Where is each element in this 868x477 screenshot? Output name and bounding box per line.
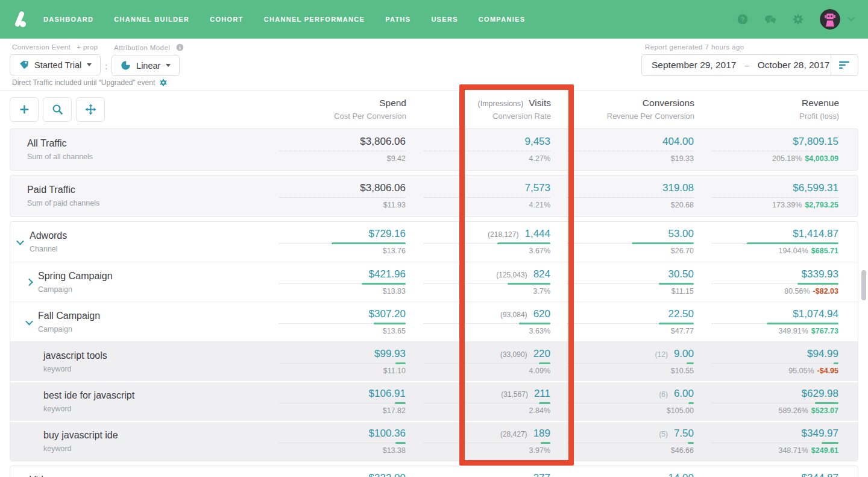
header-cpc-label: Cost Per Conversion: [334, 112, 406, 121]
date-filter-button[interactable]: [831, 61, 858, 69]
value-text: $344.87: [802, 472, 838, 477]
primary-value: 53.00: [668, 228, 694, 241]
table-row[interactable]: javascript toolskeyword$99.93$11.10(33,0…: [10, 341, 858, 381]
chevron-right-icon[interactable]: [25, 278, 33, 286]
primary-value: $7,809.15: [793, 136, 838, 149]
table-row[interactable]: All TrafficSum of all channels$3,806.06$…: [10, 129, 858, 170]
value-separator: [712, 241, 838, 244]
table-row[interactable]: Spring CampaignCampaign$421.96$13.83(125…: [10, 262, 858, 302]
table-row[interactable]: AdwordsChannel$729.16$13.76(218,127)1,44…: [10, 222, 858, 262]
share-bar: [767, 323, 838, 324]
table-row[interactable]: Fall CampaignCampaign$307.20$13.65(93,08…: [10, 302, 858, 341]
settings-gear-icon[interactable]: [159, 78, 168, 87]
value-prefix: (93,084): [500, 311, 527, 319]
chat-icon[interactable]: [764, 13, 776, 25]
filter-bar: Conversion Event + prop Started Trial : …: [0, 39, 868, 90]
conversion-event-dropdown[interactable]: Started Trial: [10, 54, 101, 75]
help-icon[interactable]: ?: [737, 13, 749, 25]
secondary-value: 194.04%$685.71: [778, 247, 838, 256]
profit-percent: 194.04%: [778, 247, 808, 255]
table-body: All TrafficSum of all channels$3,806.06$…: [10, 128, 858, 477]
value-separator: [279, 321, 406, 324]
report-generated-label: Report generated 7 hours ago: [645, 43, 858, 51]
add-prop-button[interactable]: + prop: [77, 43, 98, 51]
header-spend[interactable]: Spend Cost Per Conversion: [271, 98, 406, 121]
add-channel-button[interactable]: [10, 97, 39, 122]
header-revenue[interactable]: Revenue Profit (loss): [694, 98, 839, 121]
value-separator: [424, 441, 550, 443]
vertical-scrollbar-thumb[interactable]: [861, 270, 866, 300]
info-icon[interactable]: i: [176, 43, 184, 51]
row-name-block: javascript toolskeyword: [43, 350, 107, 373]
secondary-value: $20.68: [671, 201, 694, 210]
logo-icon: [10, 10, 29, 29]
table-row[interactable]: Paid TrafficSum of paid channels$3,806.0…: [10, 175, 858, 216]
primary-value: (31,567)211: [501, 388, 550, 401]
avatar[interactable]: [820, 9, 840, 30]
row-type-label: Channel: [30, 245, 67, 253]
date-range-picker[interactable]: September 29, 2017 – October 28, 2017: [641, 54, 858, 76]
row-type-label: keyword: [43, 444, 118, 453]
secondary-value: $17.82: [383, 406, 406, 415]
nav-item-channel-performance[interactable]: CHANNEL PERFORMANCE: [264, 16, 365, 23]
table-row[interactable]: best ide for javascriptkeyword$106.91$17…: [10, 381, 858, 421]
secondary-value: 348.71%$249.61: [778, 446, 838, 455]
nav-item-users[interactable]: USERS: [431, 16, 458, 23]
primary-value: 22.50: [668, 308, 694, 321]
value-text: 9.00: [674, 348, 694, 360]
value-prefix: (6): [659, 390, 668, 399]
value-separator: [424, 149, 550, 151]
primary-value: $344.87: [802, 472, 838, 477]
table-row[interactable]: buy javascript idekeyword$100.36$13.38(2…: [10, 421, 858, 461]
search-button[interactable]: [43, 97, 72, 122]
secondary-value: 4.27%: [529, 154, 550, 163]
value-text: 220: [533, 348, 550, 360]
row-title: Spring Campaign: [38, 271, 113, 282]
account-menu-caret-icon[interactable]: [848, 17, 855, 22]
primary-value: (125,043)824: [496, 268, 550, 282]
gear-icon[interactable]: [792, 13, 804, 25]
value-text: $629.98: [802, 388, 838, 400]
header-conversions[interactable]: Conversions Revenue Per Conversion: [551, 98, 694, 121]
spend-cell: $100.36$13.38: [270, 428, 406, 455]
value-text: $99.93: [374, 348, 406, 360]
share-bar: [395, 362, 406, 364]
value-text: $94.99: [807, 348, 838, 360]
table-toolbar: [10, 97, 105, 122]
app-logo[interactable]: [10, 9, 30, 30]
row-title: best ide for javascript: [43, 390, 134, 401]
conversion-event-value: Started Trial: [34, 60, 81, 70]
svg-text:?: ?: [740, 16, 744, 23]
primary-value: 404.00: [662, 136, 694, 149]
chevron-down-icon[interactable]: [16, 238, 24, 245]
row-type-label: Campaign: [38, 325, 100, 333]
value-separator: [567, 441, 694, 443]
nav-item-companies[interactable]: COMPANIES: [479, 16, 526, 23]
row-card: Paid TrafficSum of paid channels$3,806.0…: [10, 175, 858, 217]
value-separator: [279, 195, 406, 198]
share-bar: [688, 442, 694, 444]
row-name-cell: best ide for javascriptkeyword: [10, 382, 270, 421]
spend-cell: $99.93$11.10: [270, 348, 406, 376]
primary-value: 9,453: [524, 136, 550, 149]
header-visits[interactable]: (Impressions) Visits Conversion Rate: [406, 98, 551, 121]
row-type-label: Sum of paid channels: [27, 199, 99, 207]
move-button[interactable]: [76, 97, 105, 122]
secondary-value: 3.63%: [529, 327, 550, 336]
value-text: 30.50: [668, 268, 694, 280]
nav-item-dashboard[interactable]: DASHBOARD: [43, 16, 93, 23]
chevron-down-icon[interactable]: [25, 317, 33, 325]
nav-item-channel-builder[interactable]: CHANNEL BUILDER: [114, 16, 189, 23]
spend-cell: $322.00: [270, 472, 406, 477]
value-text: 620: [533, 308, 550, 320]
table-row[interactable]: VideoChannel$322.0027714.00$344.87: [10, 466, 858, 477]
primary-value: $322.00: [369, 472, 406, 477]
attribution-model-dropdown[interactable]: Linear: [112, 55, 180, 76]
value-separator: [712, 282, 838, 284]
share-bar: [797, 283, 838, 285]
row-name-cell: buy javascript idekeyword: [10, 422, 270, 461]
nav-item-cohort[interactable]: COHORT: [210, 16, 243, 23]
primary-value: $106.91: [369, 388, 406, 401]
row-name-cell: All TrafficSum of all channels: [10, 129, 270, 170]
nav-item-paths[interactable]: PATHS: [385, 16, 410, 23]
